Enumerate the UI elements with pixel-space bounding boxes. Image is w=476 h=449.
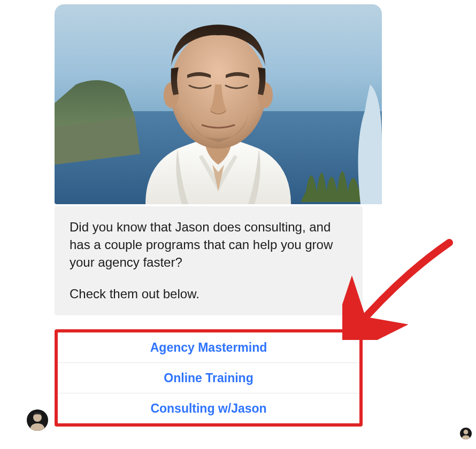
option-label: Consulting w/Jason — [150, 401, 266, 416]
quick-reply-list: Agency Mastermind Online Training Consul… — [55, 329, 363, 427]
option-consulting-with-jason[interactable]: Consulting w/Jason — [58, 393, 359, 423]
hero-image — [55, 4, 382, 204]
option-label: Online Training — [164, 371, 253, 385]
svg-point-8 — [464, 430, 469, 435]
option-agency-mastermind[interactable]: Agency Mastermind — [58, 332, 359, 362]
chat-card: Did you know that Jason does consulting,… — [0, 0, 476, 449]
option-online-training[interactable]: Online Training — [58, 362, 359, 393]
message-text-2: Check them out below. — [70, 285, 348, 303]
sender-avatar — [27, 409, 48, 431]
option-label: Agency Mastermind — [150, 340, 267, 355]
message-bubble: Did you know that Jason does consulting,… — [55, 206, 363, 315]
message-text-1: Did you know that Jason does consulting,… — [70, 218, 348, 271]
viewer-avatar — [460, 428, 472, 439]
